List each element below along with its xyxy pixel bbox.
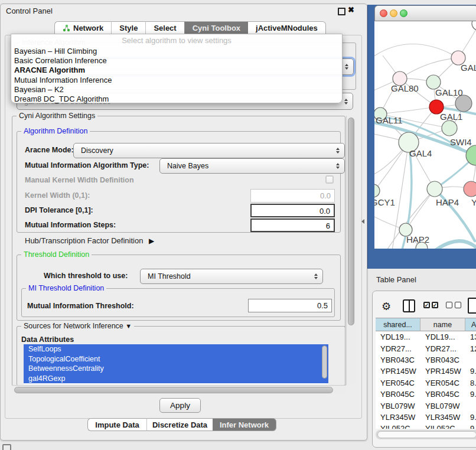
node-label: HAP4 xyxy=(436,197,459,207)
node-label: GAL xyxy=(461,63,476,73)
column-header-name[interactable]: name xyxy=(420,318,465,331)
tab-network[interactable]: Network xyxy=(54,21,111,35)
column-layout-icon[interactable] xyxy=(403,299,415,312)
node-label: SWI4 xyxy=(450,137,472,147)
deselect-all-columns-icon[interactable] xyxy=(446,302,461,308)
combo-arrows-icon xyxy=(336,148,340,154)
apply-button[interactable]: Apply xyxy=(159,398,201,413)
combo-arrows-icon xyxy=(336,163,340,169)
dropdown-item-selected[interactable]: ARACNE Algorithm xyxy=(11,66,342,75)
cyni-algorithm-settings-title: Cyni Algorithm Settings xyxy=(17,112,97,120)
tab-cyni-toolbox[interactable]: Cyni Toolbox xyxy=(184,21,248,35)
aracne-mode-label: Aracne Mode: xyxy=(25,146,74,154)
tab-jactive-label: jActiveMNodules xyxy=(256,24,318,32)
tab-impute-data[interactable]: Impute Data xyxy=(87,418,146,431)
dpi-tolerance-field[interactable]: 0.0 xyxy=(250,204,335,217)
select-all-columns-icon[interactable]: ✓ ✓ xyxy=(423,302,438,308)
table-row[interactable]: YBR045CYBR045C9. xyxy=(376,389,476,400)
table-row[interactable]: YBL079WYBL079W xyxy=(376,400,476,411)
table-hscrollbar-thumb[interactable] xyxy=(377,431,476,438)
node-label: HAP2 xyxy=(406,234,429,244)
algorithm-dropdown-popup: Select algorithm to view settings Bayesi… xyxy=(11,34,343,103)
data-attributes-list: SelfLoops TopologicalCoefficient Between… xyxy=(24,344,328,384)
settings-vscrollbar-thumb[interactable] xyxy=(348,118,354,325)
minimize-window-icon[interactable] xyxy=(390,9,397,17)
table-hscrollbar[interactable] xyxy=(376,430,476,439)
threshold-definition-title: Threshold Definition xyxy=(21,250,92,259)
export-table-icon[interactable] xyxy=(468,298,476,314)
node-label: GCY1 xyxy=(374,197,395,207)
close-window-icon[interactable] xyxy=(380,9,387,17)
unchecked-box-icon xyxy=(455,302,461,308)
sources-label: Sources for Network Inference xyxy=(24,322,123,330)
dock-panel-icon[interactable] xyxy=(2,444,11,450)
table-row[interactable]: YLR345WYLR345W9. xyxy=(376,412,476,423)
tab-select-label: Select xyxy=(154,24,176,32)
panel-divider-arrow-icon[interactable] xyxy=(361,219,364,224)
dropdown-item[interactable]: Basic Correlation Inference xyxy=(11,56,342,66)
kernel-width-field[interactable]: 0.0 xyxy=(250,189,335,203)
expanded-arrow-icon: ▼ xyxy=(125,322,132,330)
table-body[interactable]: YDL19...YDL19...13 YDR27...YDR27...12 YB… xyxy=(376,331,476,429)
settings-vscrollbar[interactable] xyxy=(346,116,356,385)
list-item[interactable]: SelfLoops xyxy=(24,344,328,354)
tab-infer-network[interactable]: Infer Network xyxy=(213,418,276,431)
list-vscrollbar-thumb[interactable] xyxy=(322,345,327,379)
aracne-mode-combo[interactable]: Discovery xyxy=(73,143,345,158)
dropdown-item[interactable]: Bayesian – Hill Climbing xyxy=(11,47,342,56)
mi-steps-label: Mutual Information Steps: xyxy=(25,221,116,229)
float-window-icon[interactable] xyxy=(338,8,345,15)
node-label: GAL10 xyxy=(435,87,463,97)
tab-select[interactable]: Select xyxy=(145,21,184,35)
table-row[interactable]: YBR043CYBR043C xyxy=(376,354,476,366)
checked-box-icon: ✓ xyxy=(432,302,438,308)
control-panel-title: Control Panel xyxy=(6,6,53,15)
settings-hscrollbar-thumb[interactable] xyxy=(14,387,333,393)
mi-type-label: Mutual Information Algorithm Type: xyxy=(25,161,149,169)
mi-type-value: Naive Bayes xyxy=(167,162,208,170)
mi-threshold-field[interactable]: 0.5 xyxy=(248,299,332,312)
table-row[interactable]: YIL052CYIL052C9 xyxy=(376,423,476,429)
table-row[interactable]: YER054CYER054C8. xyxy=(376,377,476,389)
mi-threshold-group-title: MI Threshold Definition xyxy=(26,284,106,292)
sources-group-title[interactable]: Sources for Network Inference ▼ xyxy=(21,322,134,330)
mi-type-combo[interactable]: Naive Bayes xyxy=(159,158,345,174)
manual-kernel-label: Manual Kernel Width Definition xyxy=(25,176,134,184)
close-icon[interactable]: ✖ xyxy=(348,5,354,14)
hub-definition-toggle[interactable]: Hub/Transcription Factor Definition ▶ xyxy=(25,236,154,245)
which-threshold-label: Which threshold to use: xyxy=(44,272,128,280)
column-header-partial[interactable]: A xyxy=(465,318,476,331)
node-label: Y xyxy=(471,197,476,207)
tab-network-label: Network xyxy=(73,24,103,32)
manual-kernel-checkbox[interactable] xyxy=(325,175,334,184)
window-controls xyxy=(380,9,407,17)
dropdown-item[interactable]: Mutual Information Inference xyxy=(11,76,342,85)
tab-discretize-data[interactable]: Discretize Data xyxy=(146,418,213,431)
unchecked-box-icon xyxy=(446,302,452,308)
which-threshold-combo[interactable]: MI Threshold xyxy=(140,269,323,284)
app-root: Control Panel ✖ Network Style Select Cyn… xyxy=(0,0,476,450)
table-row[interactable]: YPR145WYPR145W9. xyxy=(376,366,476,377)
table-row[interactable]: YDR27...YDR27...12 xyxy=(376,343,476,354)
tab-jactivemnodules[interactable]: jActiveMNodules xyxy=(248,21,326,35)
hub-definition-label: Hub/Transcription Factor Definition xyxy=(25,236,143,245)
list-item[interactable]: TopologicalCoefficient xyxy=(24,354,328,364)
dropdown-item[interactable]: Bayesian – K2 xyxy=(11,85,342,94)
algorithm-definition-title: Algorithm Definition xyxy=(21,127,90,135)
collapsed-arrow-icon: ▶ xyxy=(149,237,154,245)
settings-hscrollbar[interactable] xyxy=(12,385,346,394)
list-item[interactable]: BetweennessCentrality xyxy=(24,364,328,374)
mi-steps-field[interactable]: 6 xyxy=(250,219,335,232)
network-icon xyxy=(63,24,70,32)
zoom-window-icon[interactable] xyxy=(400,9,407,17)
combo-arrows-icon xyxy=(314,273,318,279)
data-attributes-label: Data Attributes xyxy=(21,335,74,344)
column-header-shared-name[interactable]: shared... xyxy=(376,318,420,331)
table-row[interactable]: YDL19...YDL19...13 xyxy=(376,331,476,343)
network-canvas[interactable]: GAL GAL80 GAL10 GAL1 GAL11 SWI4 GAL4 GCY… xyxy=(374,21,476,249)
list-item[interactable]: gal4RGexp xyxy=(24,374,328,384)
tab-style-label: Style xyxy=(119,24,138,32)
gear-icon[interactable]: ⚙ xyxy=(382,300,391,313)
dropdown-item[interactable]: Dream8 DC_TDC Algorithm xyxy=(11,94,342,104)
tab-style[interactable]: Style xyxy=(111,21,145,35)
